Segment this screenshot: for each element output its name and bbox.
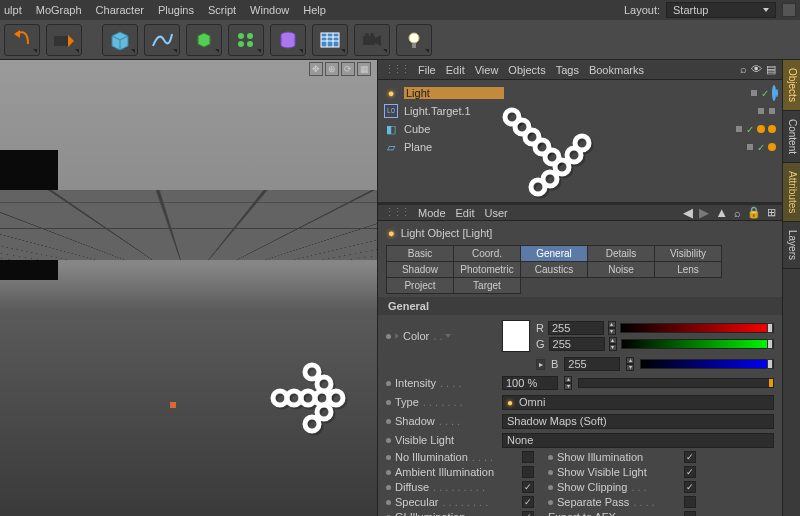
objmgr-menu-file[interactable]: File	[418, 64, 436, 76]
nav-fwd-icon[interactable]: ▶	[699, 205, 709, 220]
color-r-slider[interactable]	[620, 323, 774, 333]
sep-pass-checkbox[interactable]	[684, 496, 696, 508]
tab-photometric[interactable]: Photometric	[453, 261, 521, 278]
color-b-field[interactable]: 255	[564, 357, 620, 371]
eye-icon[interactable]: 👁	[751, 63, 762, 76]
primitive-cube-button[interactable]	[102, 24, 138, 56]
color-r-field[interactable]: 255	[548, 321, 604, 335]
objmgr-menu-objects[interactable]: Objects	[508, 64, 545, 76]
undo-button[interactable]	[4, 24, 40, 56]
channel-g-label: G	[536, 338, 545, 350]
objmgr-menu-view[interactable]: View	[475, 64, 499, 76]
tab-details[interactable]: Details	[587, 245, 655, 262]
tab-coord[interactable]: Coord.	[453, 245, 521, 262]
side-tab-bar: Objects Content Attributes Layers	[782, 60, 800, 516]
new-window-icon[interactable]: ⊞	[767, 206, 776, 219]
viewport-zoom-icon[interactable]: ⊕	[325, 62, 339, 76]
attrmgr-menu-mode[interactable]: Mode	[418, 207, 446, 219]
side-tab-content[interactable]: Content	[783, 111, 800, 163]
stepper[interactable]: ▴▾	[626, 357, 634, 371]
search-icon[interactable]: ⌕	[740, 63, 747, 76]
cloner-button[interactable]	[228, 24, 264, 56]
attrmgr-menu-edit[interactable]: Edit	[456, 207, 475, 219]
objmgr-menu-edit[interactable]: Edit	[446, 64, 465, 76]
filter-icon[interactable]: ▤	[766, 63, 776, 76]
show-vis-checkbox[interactable]	[684, 466, 696, 478]
show-illum-checkbox[interactable]	[684, 451, 696, 463]
tree-label: Cube	[404, 123, 504, 135]
menu-sculpt[interactable]: ulpt	[4, 4, 22, 16]
tab-project[interactable]: Project	[386, 277, 454, 294]
attribute-tabs: Basic Coord. General Details Visibility …	[378, 245, 782, 297]
object-tree[interactable]: ● Light ✓ L0 Light.Target.1 ◧ Cube ✓	[378, 80, 782, 202]
generator-button[interactable]	[186, 24, 222, 56]
menu-window[interactable]: Window	[250, 4, 289, 16]
viewport-move-icon[interactable]: ✥	[309, 62, 323, 76]
show-clip-checkbox[interactable]	[684, 481, 696, 493]
no-illum-checkbox[interactable]	[522, 451, 534, 463]
tab-general[interactable]: General	[520, 245, 588, 262]
viewport-layout-icon[interactable]: ▦	[357, 62, 371, 76]
shadow-dropdown[interactable]: Shadow Maps (Soft)	[502, 414, 774, 429]
lock-icon[interactable]: 🔒	[747, 206, 761, 219]
menu-help[interactable]: Help	[303, 4, 326, 16]
tab-shadow[interactable]: Shadow	[386, 261, 454, 278]
objmgr-menu-tags[interactable]: Tags	[556, 64, 579, 76]
menu-character[interactable]: Character	[96, 4, 144, 16]
menu-plugins[interactable]: Plugins	[158, 4, 194, 16]
side-tab-layers[interactable]: Layers	[783, 222, 800, 269]
color-b-slider[interactable]	[640, 359, 774, 369]
menu-script[interactable]: Script	[208, 4, 236, 16]
nav-up-icon[interactable]: ▲	[715, 205, 728, 220]
tab-target[interactable]: Target	[453, 277, 521, 294]
tree-row-plane[interactable]: ▱ Plane ✓	[378, 138, 782, 156]
side-tab-attributes[interactable]: Attributes	[783, 163, 800, 222]
tab-caustics[interactable]: Caustics	[520, 261, 588, 278]
search-icon[interactable]: ⌕	[734, 207, 741, 219]
spline-button[interactable]	[144, 24, 180, 56]
light-button[interactable]	[396, 24, 432, 56]
specular-checkbox[interactable]	[522, 496, 534, 508]
stepper[interactable]: ▴▾	[564, 376, 572, 390]
viewport[interactable]: ✥ ⊕ ⟳ ▦	[0, 60, 378, 516]
menu-mograph[interactable]: MoGraph	[36, 4, 82, 16]
color-g-slider[interactable]	[621, 339, 774, 349]
tab-visibility[interactable]: Visibility	[654, 245, 722, 262]
viewport-rotate-icon[interactable]: ⟳	[341, 62, 355, 76]
show-vis-label: Show Visible Light	[557, 466, 647, 478]
type-dropdown[interactable]: ●Omni	[502, 395, 774, 410]
svg-point-7	[238, 33, 244, 39]
tab-lens[interactable]: Lens	[654, 261, 722, 278]
tree-row-light-target[interactable]: L0 Light.Target.1	[378, 102, 782, 120]
tab-noise[interactable]: Noise	[587, 261, 655, 278]
nav-back-icon[interactable]: ◀	[683, 205, 693, 220]
amb-illum-checkbox[interactable]	[522, 466, 534, 478]
tree-row-cube[interactable]: ◧ Cube ✓	[378, 120, 782, 138]
diffuse-checkbox[interactable]	[522, 481, 534, 493]
side-tab-objects[interactable]: Objects	[783, 60, 800, 111]
gi-illum-checkbox[interactable]	[522, 511, 534, 516]
drag-handle-icon[interactable]: ⋮⋮⋮	[384, 206, 408, 219]
camera-button[interactable]	[354, 24, 390, 56]
drag-handle-icon[interactable]: ⋮⋮⋮	[384, 63, 408, 76]
stepper[interactable]: ▴▾	[608, 321, 616, 335]
layout-dropdown[interactable]: Startup	[666, 2, 776, 18]
color-g-field[interactable]: 255	[549, 337, 605, 351]
tree-row-light[interactable]: ● Light ✓	[378, 84, 782, 102]
export-afx-checkbox[interactable]	[684, 511, 696, 516]
intensity-field[interactable]: 100 %	[502, 376, 558, 390]
color-swatch[interactable]	[502, 320, 530, 352]
main-menu-bar: ulpt MoGraph Character Plugins Script Wi…	[0, 0, 800, 20]
environment-button[interactable]	[312, 24, 348, 56]
intensity-slider[interactable]	[578, 378, 774, 388]
redo-button[interactable]	[46, 24, 82, 56]
target-tag-icon[interactable]	[772, 87, 776, 99]
expand-icon[interactable]: ▸	[536, 359, 545, 370]
visible-light-dropdown[interactable]: None	[502, 433, 774, 448]
stepper[interactable]: ▴▾	[609, 337, 617, 351]
attrmgr-menu-user[interactable]: User	[485, 207, 508, 219]
layout-options-icon[interactable]	[782, 3, 796, 17]
objmgr-menu-bookmarks[interactable]: Bookmarks	[589, 64, 644, 76]
deformer-button[interactable]	[270, 24, 306, 56]
tab-basic[interactable]: Basic	[386, 245, 454, 262]
